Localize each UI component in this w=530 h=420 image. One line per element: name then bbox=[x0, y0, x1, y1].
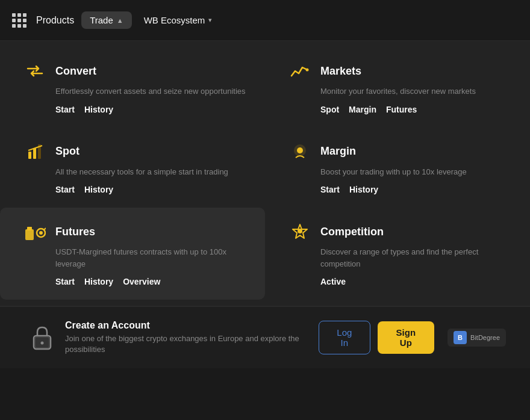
svg-point-9 bbox=[306, 69, 309, 72]
spot-icon bbox=[24, 141, 46, 162]
spot-desc: All the necessary tools for a simple sta… bbox=[55, 166, 247, 178]
margin-icon bbox=[289, 141, 311, 162]
bitdegree-label: BitDegree bbox=[470, 334, 500, 341]
signup-button[interactable]: Sign Up bbox=[378, 321, 435, 354]
svg-point-17 bbox=[41, 342, 44, 345]
menu-item-convert[interactable]: Convert Effortlessly convert assets and … bbox=[0, 47, 265, 128]
markets-spot-link[interactable]: Spot bbox=[320, 105, 339, 114]
svg-rect-4 bbox=[25, 229, 34, 240]
spot-title: Spot bbox=[55, 145, 80, 158]
futures-desc: USDT-Margined futures contracts with up … bbox=[55, 246, 247, 270]
competition-desc: Discover a range of types and find the p… bbox=[320, 246, 512, 270]
left-column: Convert Effortlessly convert assets and … bbox=[0, 47, 265, 300]
grid-icon[interactable] bbox=[12, 13, 26, 28]
bitdegree-badge: B BitDegree bbox=[447, 329, 506, 347]
markets-title: Markets bbox=[320, 65, 361, 78]
footer-text: Create an Account Join one of the bigges… bbox=[65, 320, 319, 355]
trade-menu-button[interactable]: Trade ▲ bbox=[81, 11, 132, 29]
margin-history-link[interactable]: History bbox=[349, 185, 378, 194]
products-label: Products bbox=[36, 15, 74, 26]
markets-futures-link[interactable]: Futures bbox=[386, 105, 417, 114]
margin-title: Margin bbox=[320, 145, 356, 158]
menu-item-markets[interactable]: Markets Monitor your favorites, discover… bbox=[265, 47, 530, 128]
right-column: Markets Monitor your favorites, discover… bbox=[265, 47, 530, 300]
markets-margin-link[interactable]: Margin bbox=[349, 105, 376, 114]
margin-links: Start History bbox=[320, 185, 512, 194]
margin-desc: Boost your trading with up to 10x levera… bbox=[320, 166, 512, 178]
navbar: Products Trade ▲ WB Ecosystem ▾ bbox=[0, 0, 530, 41]
footer-desc: Join one of the biggest crypto exchanges… bbox=[65, 333, 319, 355]
footer-bar: Create an Account Join one of the bigges… bbox=[0, 306, 530, 368]
convert-desc: Effortlessly convert assets and seize ne… bbox=[55, 85, 247, 97]
wb-chevron-icon: ▾ bbox=[208, 16, 212, 24]
svg-rect-5 bbox=[27, 227, 32, 230]
spot-history-link[interactable]: History bbox=[84, 185, 113, 194]
svg-point-12 bbox=[298, 229, 302, 233]
margin-start-link[interactable]: Start bbox=[320, 185, 340, 194]
menu-item-margin[interactable]: Margin Boost your trading with up to 10x… bbox=[265, 128, 530, 208]
footer-left: Create an Account Join one of the bigges… bbox=[30, 320, 319, 355]
futures-title: Futures bbox=[55, 226, 95, 238]
futures-icon bbox=[24, 221, 46, 242]
convert-title: Convert bbox=[55, 65, 96, 78]
competition-icon bbox=[289, 221, 311, 242]
menu-item-competition[interactable]: Competition Discover a range of types an… bbox=[265, 208, 530, 300]
competition-links: Active bbox=[320, 277, 512, 286]
convert-icon bbox=[24, 60, 46, 82]
spot-links: Start History bbox=[55, 185, 247, 194]
markets-links: Spot Margin Futures bbox=[320, 105, 512, 114]
competition-title: Competition bbox=[320, 226, 384, 238]
spot-start-link[interactable]: Start bbox=[55, 185, 75, 194]
svg-point-7 bbox=[39, 231, 43, 235]
footer-title: Create an Account bbox=[65, 320, 319, 331]
futures-overview-link[interactable]: Overview bbox=[123, 277, 160, 286]
svg-rect-1 bbox=[33, 148, 36, 159]
markets-icon bbox=[289, 60, 311, 82]
wb-ecosystem-button[interactable]: WB Ecosystem ▾ bbox=[137, 11, 220, 29]
svg-rect-0 bbox=[28, 152, 31, 159]
lock-icon bbox=[30, 324, 54, 351]
competition-active-link[interactable]: Active bbox=[320, 277, 346, 286]
futures-history-link[interactable]: History bbox=[84, 277, 113, 286]
footer-buttons: Log In Sign Up B BitDegree bbox=[319, 321, 506, 354]
menu-item-futures[interactable]: Futures USDT-Margined futures contracts … bbox=[0, 208, 265, 300]
convert-start-link[interactable]: Start bbox=[55, 105, 75, 114]
svg-line-8 bbox=[44, 228, 46, 230]
login-button[interactable]: Log In bbox=[319, 321, 370, 354]
convert-history-link[interactable]: History bbox=[84, 105, 113, 114]
bitdegree-icon: B bbox=[454, 331, 467, 344]
markets-desc: Monitor your favorites, discover new mar… bbox=[320, 85, 512, 97]
menu-item-spot[interactable]: Spot All the necessary tools for a simpl… bbox=[0, 128, 265, 208]
trade-chevron-icon: ▲ bbox=[117, 17, 123, 24]
futures-links: Start History Overview bbox=[55, 277, 247, 286]
svg-point-11 bbox=[297, 147, 303, 153]
convert-links: Start History bbox=[55, 105, 247, 114]
futures-start-link[interactable]: Start bbox=[55, 277, 75, 286]
trade-dropdown: Convert Effortlessly convert assets and … bbox=[0, 41, 530, 306]
